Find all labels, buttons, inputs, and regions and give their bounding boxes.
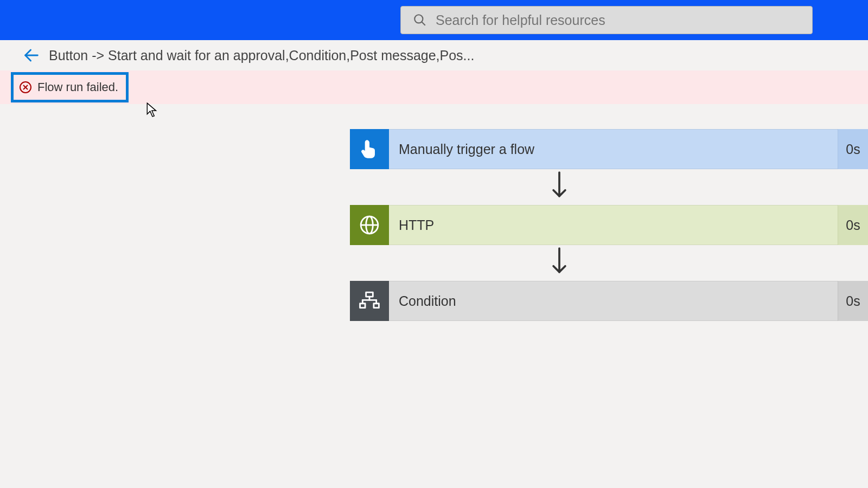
globe-icon bbox=[350, 205, 389, 245]
cursor-icon bbox=[146, 102, 158, 118]
error-banner: Flow run failed. bbox=[0, 70, 868, 104]
condition-icon bbox=[350, 281, 389, 321]
svg-point-0 bbox=[414, 15, 423, 23]
flow-step-label: Condition bbox=[389, 281, 838, 321]
flow-step-trigger[interactable]: Manually trigger a flow 0s bbox=[350, 129, 868, 169]
flow-step-label: Manually trigger a flow bbox=[389, 129, 838, 169]
error-highlight-box: Flow run failed. bbox=[11, 72, 129, 102]
svg-rect-16 bbox=[360, 304, 366, 308]
back-button[interactable] bbox=[21, 44, 42, 66]
flow-column: Manually trigger a flow 0s HTTP 0s bbox=[350, 129, 868, 321]
top-bar bbox=[0, 0, 868, 40]
flow-step-duration: 0s bbox=[838, 129, 868, 169]
back-arrow-icon bbox=[22, 46, 41, 65]
search-input[interactable] bbox=[436, 12, 812, 28]
touch-icon bbox=[350, 129, 389, 169]
error-icon bbox=[19, 81, 32, 94]
svg-rect-17 bbox=[374, 304, 379, 308]
flow-step-duration: 0s bbox=[838, 205, 868, 245]
arrow-down-icon bbox=[549, 171, 570, 201]
flow-step-http[interactable]: HTTP 0s bbox=[350, 205, 868, 245]
flow-connector bbox=[350, 169, 868, 205]
svg-line-1 bbox=[422, 22, 425, 25]
flow-connector bbox=[350, 245, 868, 281]
flow-step-duration: 0s bbox=[838, 281, 868, 321]
search-icon bbox=[413, 13, 427, 27]
arrow-down-icon bbox=[549, 247, 570, 277]
error-message: Flow run failed. bbox=[37, 80, 118, 94]
flow-step-condition[interactable]: Condition 0s bbox=[350, 281, 868, 321]
flow-step-label: HTTP bbox=[389, 205, 838, 245]
flow-canvas: Manually trigger a flow 0s HTTP 0s bbox=[0, 104, 868, 321]
breadcrumb-bar: Button -> Start and wait for an approval… bbox=[0, 40, 868, 70]
breadcrumb-title: Button -> Start and wait for an approval… bbox=[49, 48, 474, 63]
search-box[interactable] bbox=[400, 6, 813, 34]
